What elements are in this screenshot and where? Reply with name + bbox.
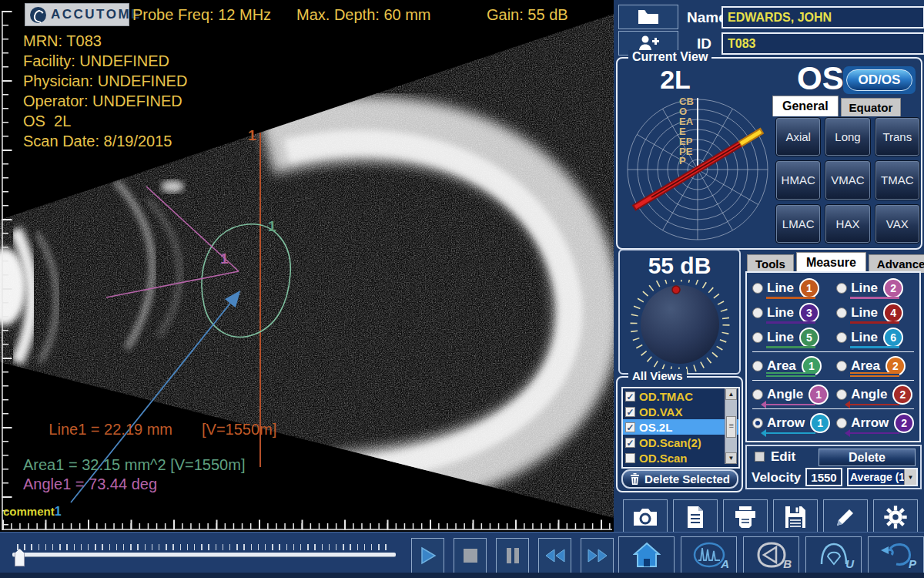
- snapshot-button[interactable]: [623, 499, 668, 535]
- print-button[interactable]: [723, 499, 768, 535]
- radio-icon[interactable]: [836, 361, 847, 371]
- b-scan-mode-button[interactable]: B: [743, 536, 799, 573]
- radio-icon[interactable]: [752, 361, 763, 371]
- eye-indicator: OS: [797, 60, 844, 97]
- checkbox-icon[interactable]: [625, 453, 635, 463]
- view-button-hmac[interactable]: HMAC: [775, 160, 821, 200]
- probe-position-diagram[interactable]: CBOEAEEPPEP: [621, 92, 775, 247]
- name-input[interactable]: [721, 6, 924, 29]
- checkbox-icon[interactable]: ✓: [625, 391, 635, 402]
- settings-button[interactable]: [873, 499, 918, 535]
- measure-angle-2[interactable]: Angle2: [836, 383, 914, 406]
- edit-label: Edit: [771, 449, 795, 465]
- area1-measurement-text: Area1 = 32.15 mm^2 [V=1550m]: [23, 456, 245, 474]
- radio-icon[interactable]: [836, 332, 847, 343]
- radio-icon[interactable]: [836, 307, 847, 318]
- odos-toggle-button[interactable]: OD/OS: [846, 69, 912, 91]
- tab-measure[interactable]: Measure: [796, 252, 866, 273]
- annotate-button[interactable]: [823, 499, 868, 535]
- slider-track[interactable]: [12, 553, 396, 556]
- edit-checkbox[interactable]: [755, 452, 765, 462]
- play-button[interactable]: [411, 538, 444, 573]
- stop-button[interactable]: [454, 538, 487, 573]
- view-list-item[interactable]: ✓OD.VAX: [623, 404, 738, 419]
- id-input[interactable]: [721, 32, 924, 55]
- bottom-bar: A B U: [0, 532, 924, 578]
- view-button-axial[interactable]: Axial: [775, 117, 821, 156]
- current-view-legend: Current View: [628, 50, 711, 64]
- view-button-lmac[interactable]: LMAC: [775, 204, 821, 244]
- rewind-button[interactable]: [538, 538, 571, 573]
- mode-bar: A B U: [618, 536, 924, 573]
- tab-advanced[interactable]: Advanced: [869, 254, 924, 273]
- pachymetry-icon: [879, 541, 913, 569]
- delete-selected-button[interactable]: Delete Selected: [621, 469, 738, 489]
- checkbox-icon[interactable]: ✓: [625, 438, 635, 448]
- ubm-letter: U: [845, 557, 854, 570]
- slider-thumb[interactable]: [15, 549, 25, 566]
- scroll-thumb[interactable]: [726, 416, 736, 438]
- document-icon: [685, 506, 705, 529]
- velocity-input[interactable]: [805, 468, 842, 486]
- measure-line-1[interactable]: Line1: [752, 277, 830, 300]
- tab-tools[interactable]: Tools: [747, 254, 794, 273]
- checkbox-icon[interactable]: ✓: [625, 407, 635, 417]
- scroll-down-icon[interactable]: ▼: [725, 452, 737, 464]
- save-icon: [785, 506, 806, 529]
- patient-info-line: OS 2L: [23, 111, 187, 131]
- view-button-vmac[interactable]: VMAC: [825, 160, 870, 200]
- view-list-item[interactable]: ✓OD.TMAC: [623, 388, 738, 404]
- scroll-up-icon[interactable]: ▲: [725, 388, 737, 400]
- radio-icon[interactable]: [752, 307, 763, 318]
- average-dropdown[interactable]: Average (1 ▼: [847, 468, 918, 486]
- home-button[interactable]: [618, 536, 675, 573]
- view-list-item[interactable]: OD.Scan: [623, 450, 738, 465]
- radio-icon[interactable]: [752, 283, 763, 294]
- radio-icon[interactable]: [836, 389, 847, 400]
- pachymetry-mode-button[interactable]: P: [868, 536, 924, 573]
- radio-icon[interactable]: [752, 332, 763, 343]
- view-button-trans[interactable]: Trans: [875, 117, 920, 156]
- a-scan-mode-button[interactable]: A: [681, 536, 737, 573]
- dropdown-arrow-icon[interactable]: ▼: [904, 469, 916, 485]
- fast-forward-button[interactable]: [581, 538, 614, 573]
- measure-line-2[interactable]: Line2: [836, 277, 914, 300]
- radio-icon[interactable]: [752, 389, 763, 400]
- view-list-item[interactable]: ✓OS.2L: [623, 419, 738, 435]
- radio-icon[interactable]: [752, 418, 763, 428]
- measure-arrow-2[interactable]: Arrow2: [836, 412, 914, 435]
- comment-annotation[interactable]: comment1: [3, 505, 62, 519]
- radio-icon[interactable]: [836, 418, 847, 428]
- view-button-hax[interactable]: HAX: [825, 204, 870, 244]
- view-button-long[interactable]: Long: [825, 117, 870, 156]
- view-button-tmac[interactable]: TMAC: [875, 160, 920, 200]
- measure-line-5[interactable]: Line5: [752, 326, 830, 349]
- checkbox-icon[interactable]: ✓: [625, 422, 635, 432]
- radio-icon[interactable]: [836, 283, 847, 294]
- ultrasound-image-area[interactable]: 1 1 1 ACCUTOME Probe Freq: 12 MHz Max. D…: [0, 0, 614, 532]
- angle1-measurement-text: Angle1 = 73.44 deg: [23, 476, 157, 493]
- frame-slider[interactable]: [9, 540, 398, 566]
- gain-panel: 55 dB: [618, 249, 741, 375]
- tab-general[interactable]: General: [772, 96, 839, 116]
- pause-button[interactable]: [496, 538, 529, 573]
- measure-arrow-1[interactable]: Arrow1: [752, 412, 830, 435]
- gain-knob[interactable]: [620, 280, 739, 374]
- stop-icon: [463, 548, 478, 563]
- ubm-mode-button[interactable]: U: [805, 536, 862, 573]
- views-list[interactable]: ✓OD.TMAC✓OD.VAX✓OS.2L✓OD.Scan(2)OD.Scan: [621, 387, 740, 469]
- view-list-item[interactable]: ✓OD.Scan(2): [623, 435, 738, 450]
- measure-line-4[interactable]: Line4: [836, 301, 914, 324]
- tab-equator[interactable]: Equator: [841, 98, 902, 116]
- measure-line-6[interactable]: Line6: [836, 326, 914, 349]
- measure-area-1[interactable]: Area1: [752, 355, 830, 378]
- delete-button[interactable]: Delete: [819, 449, 916, 466]
- view-button-vax[interactable]: VAX: [875, 204, 920, 244]
- open-patient-button[interactable]: [618, 5, 678, 29]
- report-button[interactable]: [673, 499, 718, 535]
- measure-area-2[interactable]: Area2: [836, 355, 914, 378]
- measure-angle-1[interactable]: Angle1: [752, 383, 830, 406]
- measure-line-3[interactable]: Line3: [752, 301, 830, 324]
- views-scrollbar[interactable]: ▲ ▼: [725, 388, 737, 464]
- save-button[interactable]: [773, 499, 818, 535]
